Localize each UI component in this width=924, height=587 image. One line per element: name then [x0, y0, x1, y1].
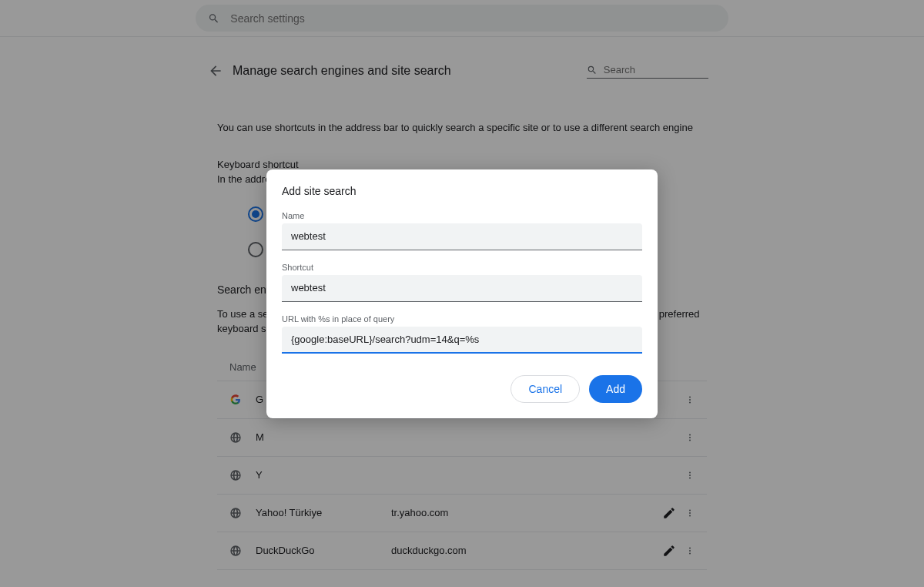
- url-label: URL with %s in place of query: [282, 314, 642, 324]
- field-shortcut: Shortcut: [282, 263, 642, 302]
- modal-overlay[interactable]: Add site search Name Shortcut URL with %…: [0, 0, 924, 587]
- shortcut-input[interactable]: [282, 275, 642, 302]
- field-url: URL with %s in place of query: [282, 314, 642, 354]
- add-site-search-dialog: Add site search Name Shortcut URL with %…: [266, 169, 658, 418]
- field-name: Name: [282, 211, 642, 250]
- cancel-button[interactable]: Cancel: [511, 375, 580, 403]
- name-label: Name: [282, 211, 642, 220]
- name-input[interactable]: [282, 223, 642, 250]
- url-input[interactable]: [282, 327, 642, 354]
- shortcut-label: Shortcut: [282, 263, 642, 272]
- add-button[interactable]: Add: [589, 375, 642, 403]
- dialog-title: Add site search: [282, 185, 642, 197]
